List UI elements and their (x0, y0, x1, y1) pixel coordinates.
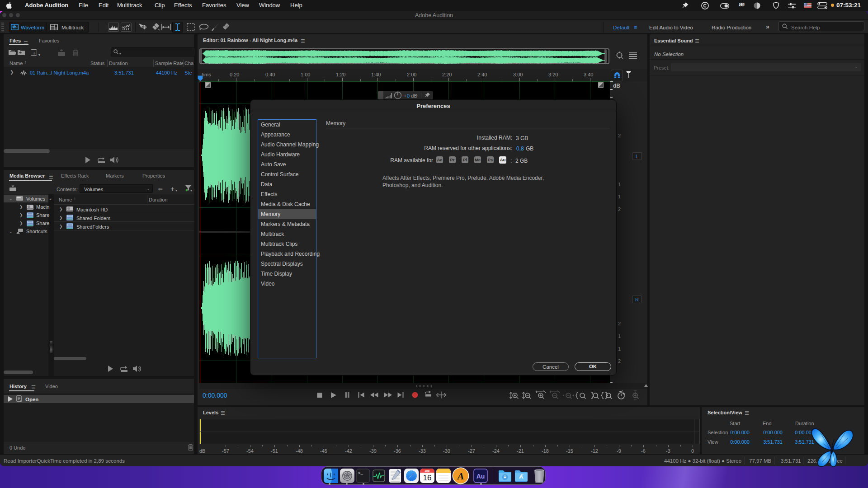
svg-text:Au: Au (476, 473, 485, 480)
svg-text:A: A (457, 470, 464, 482)
svg-text:АПР.: АПР. (425, 470, 430, 473)
svg-text:16: 16 (423, 474, 432, 482)
svg-text:>_: >_ (358, 471, 363, 476)
